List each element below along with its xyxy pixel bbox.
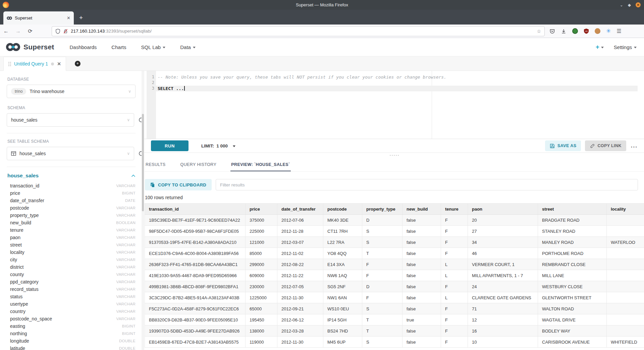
back-icon[interactable]: ←: [0, 28, 12, 34]
table-row[interactable]: 2636F323-FF41-4765-81DB-98CAA6A43BC12990…: [145, 259, 644, 270]
menu-hamburger-icon[interactable]: ☰: [616, 29, 621, 34]
table-row[interactable]: 499B1981-3B6B-4BCD-808F-9FED9802BFA12300…: [145, 281, 644, 292]
column-row[interactable]: statusVARCHAR: [7, 293, 136, 300]
ublock-icon[interactable]: U0: [584, 28, 589, 34]
copy-to-clipboard-button[interactable]: COPY TO CLIPBOARD: [145, 179, 212, 190]
column-row[interactable]: paonVARCHAR: [7, 234, 136, 241]
column-row[interactable]: countryVARCHAR: [7, 308, 136, 315]
browser-tab-close-icon[interactable]: ✕: [67, 15, 70, 20]
drag-handle-icon[interactable]: [8, 62, 11, 66]
column-row[interactable]: latitudeDOUBLE: [7, 345, 136, 350]
query-tab-close-icon[interactable]: ✕: [57, 61, 61, 67]
left-panel-scrollbar[interactable]: [142, 71, 144, 350]
copy-link-button[interactable]: COPY LINK: [585, 140, 626, 151]
column-header-paon[interactable]: paon: [468, 204, 538, 215]
column-row[interactable]: localityVARCHAR: [7, 249, 136, 256]
table-schema-title[interactable]: house_sales: [7, 173, 39, 179]
add-query-tab-button[interactable]: +: [75, 61, 80, 67]
scrollbar-thumb[interactable]: [142, 114, 144, 211]
window-close-icon[interactable]: ✕: [636, 2, 641, 7]
tab-preview-house-sales[interactable]: PREVIEW: `HOUSE_SALES`: [230, 160, 290, 171]
table-row[interactable]: 193907D3-5DBD-453D-A49E-9FEE27DAB9261380…: [145, 325, 644, 337]
asterisk-extension-icon[interactable]: ✳: [606, 28, 611, 34]
table-row[interactable]: F5C273AC-0D2A-458F-8279-9C61F0C22EC66500…: [145, 303, 644, 314]
column-row[interactable]: property_typeVARCHAR: [7, 212, 136, 219]
new-tab-button[interactable]: +: [79, 14, 83, 21]
column-row[interactable]: cityVARCHAR: [7, 256, 136, 263]
window-minimize-icon[interactable]: ⌄: [620, 3, 623, 7]
shield-permissions-icon[interactable]: [55, 29, 60, 34]
column-row[interactable]: record_statusVARCHAR: [7, 286, 136, 293]
table-row[interactable]: 91370533-19F5-47FE-B142-A380A8ADA2101210…: [145, 237, 644, 248]
chevron-up-icon[interactable]: [131, 174, 136, 177]
filter-results-input[interactable]: [216, 179, 638, 190]
table-row[interactable]: EB1459EB-67ED-47C8-B2E7-A38143AB55751190…: [145, 337, 644, 348]
schema-select[interactable]: house_sales ∨: [7, 113, 134, 127]
table-row[interactable]: 98F5DC47-0D05-4D59-95B7-98CA6F1FDE052250…: [145, 226, 644, 237]
column-row[interactable]: longitudeDOUBLE: [7, 337, 136, 345]
settings-menu[interactable]: Settings: [614, 44, 637, 50]
new-item-button[interactable]: +: [596, 43, 604, 51]
run-button[interactable]: RUN: [151, 140, 189, 151]
save-as-button[interactable]: SAVE AS: [545, 140, 581, 151]
results-table-container[interactable]: transaction_idpricedate_of_transferpostc…: [145, 203, 644, 350]
column-row[interactable]: eastingBIGINT: [7, 322, 136, 330]
table-select[interactable]: house_sales ∨: [7, 147, 134, 160]
column-row[interactable]: northingBIGINT: [7, 330, 136, 337]
nav-item-charts[interactable]: Charts: [111, 44, 126, 50]
table-cell: 299000: [246, 259, 277, 270]
column-row[interactable]: priceBIGINT: [7, 189, 136, 197]
column-row[interactable]: usertypeVARCHAR: [7, 300, 136, 308]
table-row[interactable]: 1B5C39ED-BE7F-41EF-9E71-9C60EED74A223750…: [145, 215, 644, 226]
editor-content[interactable]: -- Note: Unless you save your query, the…: [156, 71, 638, 139]
column-header-price[interactable]: price: [246, 204, 277, 215]
column-header-transaction_id[interactable]: transaction_id: [145, 204, 246, 215]
table-row[interactable]: 3C3C29DC-B7B2-4BE5-914A-A38123AF403B1225…: [145, 292, 644, 303]
privacy-badger-icon[interactable]: [572, 28, 578, 34]
column-row[interactable]: new_buildBOOLEAN: [7, 219, 136, 226]
cookie-extension-icon[interactable]: [595, 28, 600, 34]
nav-item-dashboards[interactable]: Dashboards: [69, 44, 97, 50]
column-row[interactable]: postcode_no_spaceVARCHAR: [7, 315, 136, 322]
tab-results[interactable]: RESULTS: [145, 160, 166, 171]
url-bar[interactable]: 217.160.120.143:32393/superset/sqllab/ ☆: [52, 26, 545, 36]
column-row[interactable]: tenureVARCHAR: [7, 226, 136, 234]
reload-icon[interactable]: ⟳: [24, 28, 36, 34]
forward-icon[interactable]: →: [12, 28, 24, 34]
insecure-lock-icon[interactable]: [63, 29, 68, 34]
table-row[interactable]: BB8320C9-D82B-4B37-90E0-9FEE05095E101954…: [145, 314, 644, 325]
limit-dropdown[interactable]: LIMIT: 1 000: [201, 143, 235, 148]
pocket-icon[interactable]: [549, 29, 555, 34]
column-header-street[interactable]: street: [538, 204, 607, 215]
column-header-tenure[interactable]: tenure: [441, 204, 468, 215]
bookmark-star-icon[interactable]: ☆: [537, 29, 541, 34]
sql-editor[interactable]: 123 -- Note: Unless you save your query,…: [144, 71, 644, 139]
window-maximize-icon[interactable]: ◆: [628, 3, 631, 7]
column-row[interactable]: transaction_idVARCHAR: [7, 182, 136, 189]
tab-query-history[interactable]: QUERY HISTORY: [180, 160, 217, 171]
browser-tab[interactable]: Superset ✕: [3, 11, 74, 25]
main-nav: DashboardsChartsSQL LabData: [69, 44, 195, 50]
column-row[interactable]: countyVARCHAR: [7, 271, 136, 278]
database-select[interactable]: trino Trino warehouse ∨: [7, 85, 136, 98]
superset-logo[interactable]: Superset: [5, 42, 54, 52]
column-header-postcode[interactable]: postcode: [323, 204, 362, 215]
keyword-token: SELECT: [158, 86, 173, 91]
query-tab-active[interactable]: Untitled Query 1 ✕: [3, 57, 66, 71]
nav-item-sql-lab[interactable]: SQL Lab: [141, 44, 166, 50]
downloads-icon[interactable]: [561, 29, 567, 34]
more-menu-icon[interactable]: ...: [631, 142, 638, 149]
column-row[interactable]: districtVARCHAR: [7, 263, 136, 271]
column-header-date_of_transfer[interactable]: date_of_transfer: [277, 204, 323, 215]
column-row[interactable]: date_of_transferDATE: [7, 197, 136, 204]
column-row[interactable]: ppd_categoryVARCHAR: [7, 278, 136, 286]
column-header-new_build[interactable]: new_build: [402, 204, 441, 215]
nav-item-data[interactable]: Data: [180, 44, 196, 50]
table-row[interactable]: ECE1D376-C9A6-4C00-B004-A380B189FA568500…: [145, 248, 644, 259]
column-row[interactable]: postcodeVARCHAR: [7, 204, 136, 212]
table-row[interactable]: 419E1030-9A55-4467-8DA9-9FED95D659666090…: [145, 270, 644, 281]
column-header-property_type[interactable]: property_type: [362, 204, 402, 215]
column-row[interactable]: streetVARCHAR: [7, 241, 136, 249]
pane-resize-handle[interactable]: [145, 153, 644, 158]
column-header-locality[interactable]: locality: [607, 204, 644, 215]
